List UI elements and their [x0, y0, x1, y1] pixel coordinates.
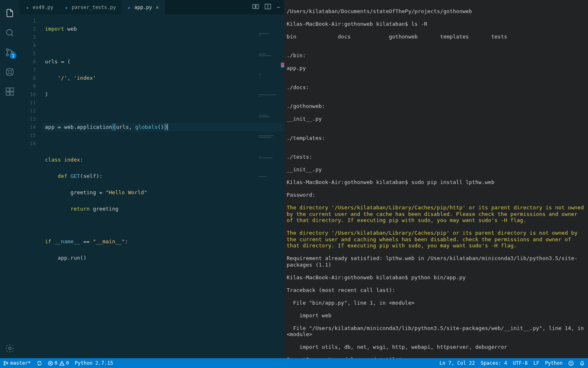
split-editor-icon[interactable]: [265, 3, 271, 11]
git-branch-status[interactable]: master*: [3, 360, 31, 366]
language-mode-status[interactable]: Python: [545, 360, 563, 366]
svg-rect-8: [10, 92, 13, 95]
terminal-panel[interactable]: /Users/kilataban/Documents/stateOfThePy/…: [284, 0, 588, 358]
tab-parser-tests[interactable]: ⬥ parser_tests.py: [59, 0, 121, 14]
tab-ex49[interactable]: ⬥ ex49.py: [20, 0, 59, 14]
cursor-position-status[interactable]: Ln 7, Col 22: [439, 360, 475, 366]
svg-rect-9: [10, 88, 13, 91]
tab-label: ex49.py: [33, 4, 53, 10]
sync-status[interactable]: [37, 361, 42, 366]
python-interpreter-status[interactable]: Python 2.7.15: [75, 360, 113, 366]
svg-point-15: [4, 364, 5, 365]
editor-actions: ⋯: [248, 0, 284, 14]
svg-point-18: [569, 361, 573, 365]
notifications-icon[interactable]: [579, 361, 585, 366]
svg-point-14: [4, 361, 5, 362]
settings-icon[interactable]: [4, 343, 16, 354]
explorer-icon[interactable]: [4, 7, 16, 19]
python-file-icon: ⬥: [24, 4, 30, 10]
compare-changes-icon[interactable]: [252, 3, 259, 11]
python-file-icon: ⬥: [64, 4, 69, 10]
eol-status[interactable]: LF: [533, 360, 539, 366]
debug-icon[interactable]: [4, 66, 16, 78]
line-number-gutter: 1234 5678 9101112 13141516: [20, 14, 42, 358]
svg-point-20: [572, 362, 572, 363]
svg-point-10: [9, 347, 11, 350]
svg-rect-7: [6, 92, 9, 95]
indentation-status[interactable]: Spaces: 4: [481, 360, 507, 366]
svg-point-0: [7, 29, 12, 35]
svg-rect-6: [6, 88, 9, 91]
editor-group: ⬥ ex49.py ⬥ parser_tests.py ⬥ app.py × ⋯…: [20, 0, 284, 358]
python-file-icon: ⬥: [126, 4, 132, 10]
more-actions-icon[interactable]: ⋯: [277, 4, 280, 10]
editor-body[interactable]: 1234 5678 9101112 13141516 import web ur…: [20, 14, 284, 358]
problems-status[interactable]: 0 0: [48, 360, 69, 366]
tab-app[interactable]: ⬥ app.py ×: [121, 0, 165, 14]
code-area[interactable]: import web urls = ( '/', 'index' ) app =…: [42, 14, 284, 358]
search-icon[interactable]: [4, 27, 16, 38]
close-icon[interactable]: ×: [154, 4, 160, 11]
svg-point-19: [570, 362, 570, 363]
status-bar: master* 0 0 Python 2.7.15 Ln 7, Col 22 S…: [0, 358, 588, 368]
svg-point-2: [7, 54, 9, 56]
tab-label: parser_tests.py: [72, 4, 116, 10]
overview-ruler[interactable]: [280, 14, 284, 358]
encoding-status[interactable]: UTF-8: [513, 360, 528, 366]
feedback-icon[interactable]: [568, 361, 574, 366]
main-layout: 1 ⬥ ex49.py ⬥ parser_tests.py ⬥ app.py: [0, 0, 588, 358]
source-control-icon[interactable]: 1: [4, 47, 16, 58]
activity-bar: 1: [0, 0, 20, 358]
tab-label: app.py: [134, 4, 152, 10]
svg-point-1: [7, 49, 9, 51]
extensions-icon[interactable]: [4, 86, 16, 97]
minimap[interactable]: [259, 16, 283, 65]
svg-point-5: [8, 70, 11, 74]
editor-tabs: ⬥ ex49.py ⬥ parser_tests.py ⬥ app.py × ⋯: [20, 0, 284, 14]
scm-badge: 1: [10, 52, 16, 59]
